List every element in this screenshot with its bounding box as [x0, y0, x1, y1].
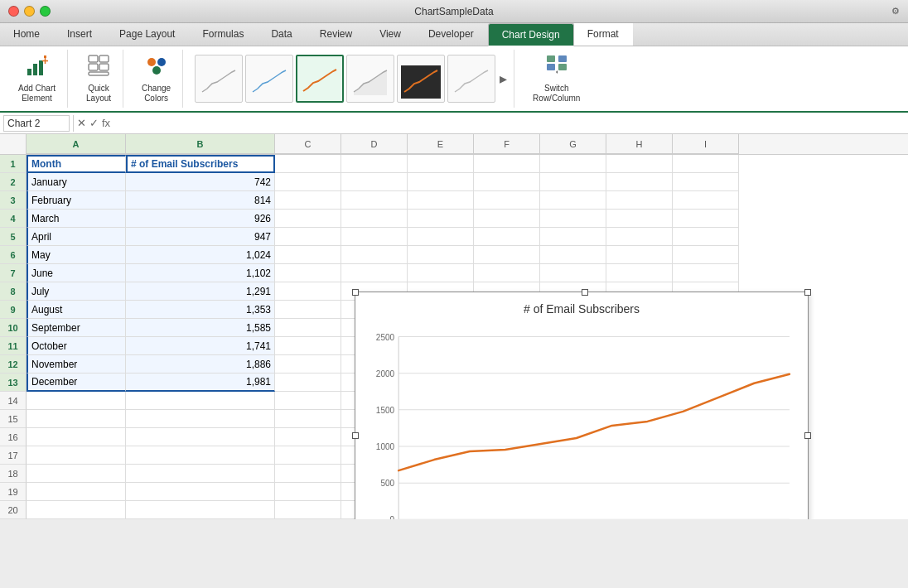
resize-w[interactable] [352, 432, 359, 439]
cell-12-B[interactable]: 1,886 [126, 355, 275, 374]
cell-7-G[interactable] [540, 264, 606, 282]
cell-6-C[interactable] [275, 246, 341, 264]
cell-19-B[interactable] [126, 483, 275, 501]
cell-3-I[interactable] [673, 191, 739, 210]
tab-format[interactable]: Format [574, 23, 633, 46]
cell-16-C[interactable] [275, 428, 341, 446]
cell-19-C[interactable] [275, 483, 341, 501]
cell-16-B[interactable] [126, 428, 275, 446]
cell-14-C[interactable] [275, 392, 341, 410]
col-header-F[interactable]: F [474, 134, 540, 154]
cell-6-E[interactable] [408, 246, 474, 264]
row-num-9[interactable]: 9 [0, 301, 27, 319]
chart-style-3[interactable] [296, 55, 344, 103]
row-num-12[interactable]: 12 [0, 355, 27, 374]
cell-4-G[interactable] [540, 210, 606, 228]
cell-20-B[interactable] [126, 501, 275, 519]
cell-7-E[interactable] [408, 264, 474, 282]
cell-7-C[interactable] [275, 264, 341, 282]
cell-3-E[interactable] [408, 191, 474, 210]
cell-4-I[interactable] [673, 210, 739, 228]
row-num-18[interactable]: 18 [0, 465, 27, 483]
cell-9-A[interactable]: August [27, 301, 126, 319]
cell-9-C[interactable] [275, 301, 341, 319]
cell-14-B[interactable] [126, 392, 275, 410]
maximize-button[interactable] [40, 6, 51, 17]
cell-1-H[interactable] [606, 155, 673, 173]
cell-16-A[interactable] [27, 428, 126, 446]
cell-4-C[interactable] [275, 210, 341, 228]
cell-10-B[interactable]: 1,585 [126, 319, 275, 337]
col-header-E[interactable]: E [408, 134, 474, 154]
cell-6-D[interactable] [341, 246, 408, 264]
chart-style-4[interactable] [346, 55, 394, 103]
cell-18-B[interactable] [126, 465, 275, 483]
cell-13-C[interactable] [275, 374, 341, 392]
cell-3-G[interactable] [540, 191, 606, 210]
row-num-8[interactable]: 8 [0, 282, 27, 301]
cell-2-C[interactable] [275, 173, 341, 191]
row-num-16[interactable]: 16 [0, 428, 27, 446]
row-num-10[interactable]: 10 [0, 319, 27, 337]
col-header-I[interactable]: I [673, 134, 739, 154]
cell-20-C[interactable] [275, 501, 341, 519]
tab-insert[interactable]: Insert [54, 23, 106, 46]
col-header-D[interactable]: D [341, 134, 408, 154]
cell-4-A[interactable]: March [27, 210, 126, 228]
chart-area[interactable]: # of Email Subscribers 0 500 1000 1500 2… [355, 292, 809, 519]
cell-7-A[interactable]: June [27, 264, 126, 282]
cell-3-H[interactable] [606, 191, 673, 210]
quick-layout-button[interactable]: QuickLayout [81, 51, 116, 107]
tab-view[interactable]: View [366, 23, 415, 46]
cell-4-E[interactable] [408, 210, 474, 228]
cell-7-H[interactable] [606, 264, 673, 282]
cell-1-D[interactable] [341, 155, 408, 173]
cell-15-A[interactable] [27, 410, 126, 428]
col-header-B[interactable]: B [126, 134, 275, 154]
cell-2-D[interactable] [341, 173, 408, 191]
cell-7-D[interactable] [341, 264, 408, 282]
cell-8-C[interactable] [275, 282, 341, 301]
cell-11-B[interactable]: 1,741 [126, 337, 275, 355]
cell-10-C[interactable] [275, 319, 341, 337]
row-num-19[interactable]: 19 [0, 483, 27, 501]
cell-20-A[interactable] [27, 501, 126, 519]
cell-6-H[interactable] [606, 246, 673, 264]
cell-2-H[interactable] [606, 173, 673, 191]
row-num-13[interactable]: 13 [0, 374, 27, 392]
cell-11-C[interactable] [275, 337, 341, 355]
cell-4-D[interactable] [341, 210, 408, 228]
cell-8-A[interactable]: July [27, 282, 126, 301]
cell-17-B[interactable] [126, 446, 275, 465]
cell-6-B[interactable]: 1,024 [126, 246, 275, 264]
add-chart-element-button[interactable]: Add ChartElement [13, 51, 60, 107]
cell-6-G[interactable] [540, 246, 606, 264]
change-colors-button[interactable]: ChangeColors [137, 51, 176, 107]
row-num-17[interactable]: 17 [0, 446, 27, 465]
row-num-14[interactable]: 14 [0, 392, 27, 410]
cell-18-C[interactable] [275, 465, 341, 483]
cell-10-A[interactable]: September [27, 319, 126, 337]
minimize-button[interactable] [24, 6, 35, 17]
row-num-6[interactable]: 6 [0, 246, 27, 264]
tab-formulas[interactable]: Formulas [189, 23, 258, 46]
cancel-icon[interactable]: ✕ [77, 117, 86, 129]
cell-7-I[interactable] [673, 264, 739, 282]
tab-page-layout[interactable]: Page Layout [106, 23, 189, 46]
switch-row-col-button[interactable]: SwitchRow/Column [528, 51, 585, 107]
chart-style-1[interactable] [195, 55, 243, 103]
cell-1-C[interactable] [275, 155, 341, 173]
cell-19-A[interactable] [27, 483, 126, 501]
cell-17-A[interactable] [27, 446, 126, 465]
cell-8-B[interactable]: 1,291 [126, 282, 275, 301]
formula-input[interactable] [114, 118, 905, 129]
resize-n[interactable] [582, 289, 588, 296]
cell-13-B[interactable]: 1,981 [126, 374, 275, 392]
resize-e[interactable] [804, 432, 811, 439]
cell-2-G[interactable] [540, 173, 606, 191]
cell-12-A[interactable]: November [27, 355, 126, 374]
tab-home[interactable]: Home [0, 23, 54, 46]
cell-15-C[interactable] [275, 410, 341, 428]
row-num-11[interactable]: 11 [0, 337, 27, 355]
cell-6-A[interactable]: May [27, 246, 126, 264]
